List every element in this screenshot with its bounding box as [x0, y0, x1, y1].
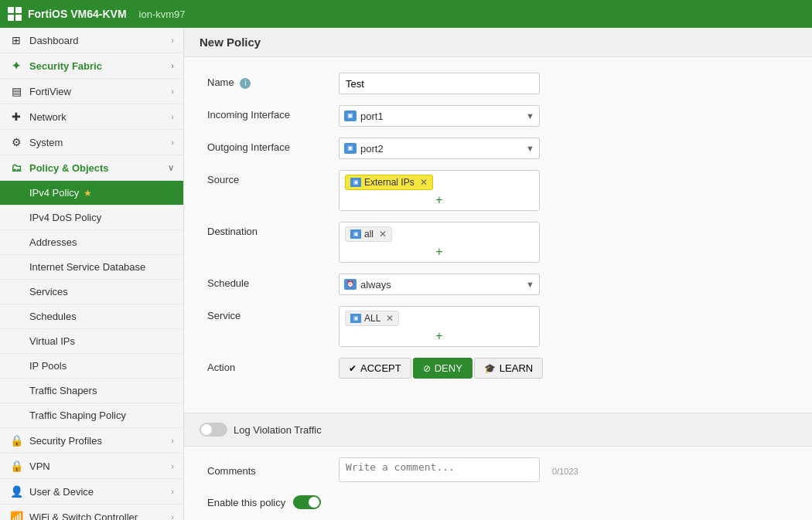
sidebar-item-traffic-shapers[interactable]: Traffic Shapers [0, 379, 183, 403]
address-icon: ▣ [350, 178, 361, 187]
sidebar-item-label: Traffic Shapers [29, 385, 97, 396]
source-add-button[interactable]: + [344, 193, 534, 207]
service-label: Service [207, 306, 339, 321]
dashboard-icon: ⊞ [9, 34, 23, 46]
enable-policy-row: Enable this policy [184, 495, 812, 509]
service-tag-close[interactable]: ✕ [386, 313, 394, 324]
sidebar-item-vpn[interactable]: 🔒 VPN › [0, 454, 183, 479]
app-name: FortiOS VM64-KVM [28, 8, 127, 20]
app-logo: FortiOS VM64-KVM [8, 7, 127, 21]
policy-icon: 🗂 [9, 161, 23, 174]
schedule-value: always [360, 279, 391, 291]
interface-icon: ▣ [344, 110, 357, 121]
learn-button[interactable]: 🎓 LEARN [474, 358, 543, 379]
source-tag: ▣ External IPs ✕ [345, 175, 433, 190]
sidebar-item-label: Traffic Shaping Policy [29, 410, 126, 421]
deny-button[interactable]: ⊘ DENY [413, 358, 473, 379]
sidebar-item-security-profiles[interactable]: 🔒 Security Profiles › [0, 428, 183, 454]
service-tag: ▣ ALL ✕ [345, 311, 399, 326]
chevron-right-icon: › [171, 61, 174, 70]
deny-icon: ⊘ [423, 363, 431, 374]
sidebar-item-traffic-shaping-policy[interactable]: Traffic Shaping Policy [0, 403, 183, 428]
incoming-interface-label: Incoming Interface [207, 105, 339, 121]
incoming-interface-value: port1 [360, 110, 384, 122]
sidebar-item-user-device[interactable]: 👤 User & Device › [0, 479, 183, 505]
chevron-right-icon: › [171, 112, 174, 121]
learn-icon: 🎓 [484, 363, 496, 374]
checkmark-icon: ✔ [349, 363, 357, 374]
wifi-icon: 📶 [9, 511, 23, 520]
sidebar-item-addresses[interactable]: Addresses [0, 230, 183, 255]
destination-label: Destination [207, 222, 339, 237]
sidebar-item-label: Network [29, 111, 67, 123]
sidebar-item-ipv4-policy[interactable]: IPv4 Policy ★ [0, 181, 183, 206]
chevron-right-icon: › [171, 36, 174, 45]
char-count: 0/1023 [552, 467, 578, 476]
sidebar-item-wifi-switch[interactable]: 📶 WiFi & Switch Controller › [0, 505, 183, 520]
security-profiles-icon: 🔒 [9, 434, 23, 447]
schedule-select[interactable]: ⏰ always ▼ [339, 274, 540, 295]
destination-row: Destination ▣ all ✕ + [207, 222, 789, 263]
sidebar-item-ipv4-dos-policy[interactable]: IPv4 DoS Policy [0, 206, 183, 230]
log-violation-label: Log Violation Traffic [234, 424, 322, 436]
sidebar-item-fortiview[interactable]: ▤ FortiView › [0, 79, 183, 104]
sidebar-item-schedules[interactable]: Schedules [0, 304, 183, 329]
sidebar-item-services[interactable]: Services [0, 280, 183, 304]
enable-policy-toggle[interactable] [293, 495, 321, 509]
chevron-down-icon: ∨ [168, 163, 174, 173]
name-label: Name [207, 76, 234, 88]
sidebar-item-security-fabric[interactable]: ✦ Security Fabric › [0, 53, 183, 79]
comments-input[interactable] [339, 457, 540, 482]
network-icon: ✚ [9, 110, 23, 123]
page-title: New Policy [184, 28, 812, 57]
outgoing-interface-row: Outgoing Interface ▣ port2 ▼ [207, 138, 789, 159]
source-tag-box[interactable]: ▣ External IPs ✕ + [339, 170, 540, 211]
vpn-icon: 🔒 [9, 460, 23, 472]
action-buttons: ✔ ACCEPT ⊘ DENY 🎓 LEARN [339, 358, 540, 379]
name-row: Name i Test [207, 73, 789, 94]
destination-tag: ▣ all ✕ [345, 226, 392, 242]
chevron-right-icon: › [171, 436, 174, 445]
sidebar-item-virtual-ips[interactable]: Virtual IPs [0, 329, 183, 354]
source-row: Source ▣ External IPs ✕ + [207, 170, 789, 211]
sidebar-item-label: IPv4 DoS Policy [29, 212, 101, 223]
sidebar-item-label: IP Pools [29, 360, 67, 372]
incoming-interface-select[interactable]: ▣ port1 ▼ [339, 105, 540, 127]
service-tag-box[interactable]: ▣ ALL ✕ + [339, 306, 540, 347]
sidebar-item-label: VPN [29, 461, 50, 472]
chevron-right-icon: › [171, 512, 174, 520]
policy-form: Name i Test Incoming Interface ▣ port1 ▼ [184, 57, 812, 405]
sidebar-item-label: User & Device [29, 486, 94, 498]
destination-tag-close[interactable]: ✕ [379, 229, 387, 240]
sidebar-item-ip-pools[interactable]: IP Pools [0, 354, 183, 379]
info-icon: i [240, 78, 251, 89]
sidebar-item-label: FortiView [29, 86, 71, 97]
sidebar-item-label: Security Profiles [29, 435, 102, 447]
address-icon: ▣ [350, 229, 361, 239]
sidebar-item-policy-objects[interactable]: 🗂 Policy & Objects ∨ [0, 155, 183, 181]
destination-tag-box[interactable]: ▣ all ✕ + [339, 222, 540, 263]
schedule-row: Schedule ⏰ always ▼ [207, 274, 789, 295]
accept-button[interactable]: ✔ ACCEPT [339, 358, 411, 379]
star-icon: ★ [84, 188, 92, 199]
user-device-icon: 👤 [9, 485, 23, 498]
name-input[interactable]: Test [339, 73, 540, 94]
sidebar-item-label: Services [29, 286, 68, 297]
sidebar-item-label: Virtual IPs [29, 335, 75, 347]
sidebar-item-network[interactable]: ✚ Network › [0, 104, 183, 130]
source-tag-close[interactable]: ✕ [420, 177, 428, 188]
sidebar-item-internet-service-db[interactable]: Internet Service Database [0, 255, 183, 280]
enable-label: Enable this policy [207, 497, 285, 508]
service-add-button[interactable]: + [344, 329, 534, 343]
outgoing-interface-select[interactable]: ▣ port2 ▼ [339, 138, 540, 159]
main-content: New Policy Name i Test Incoming Interfac… [184, 28, 812, 520]
schedule-icon: ⏰ [344, 279, 357, 290]
sidebar-item-system[interactable]: ⚙ System › [0, 130, 183, 155]
chevron-right-icon: › [171, 461, 174, 471]
sidebar-item-dashboard[interactable]: ⊞ Dashboard › [0, 28, 183, 53]
destination-add-button[interactable]: + [344, 245, 534, 259]
schedule-label: Schedule [207, 274, 339, 289]
hostname: ion-kvm97 [139, 8, 186, 20]
chevron-right-icon: › [171, 487, 174, 496]
log-violation-toggle[interactable] [200, 423, 227, 437]
